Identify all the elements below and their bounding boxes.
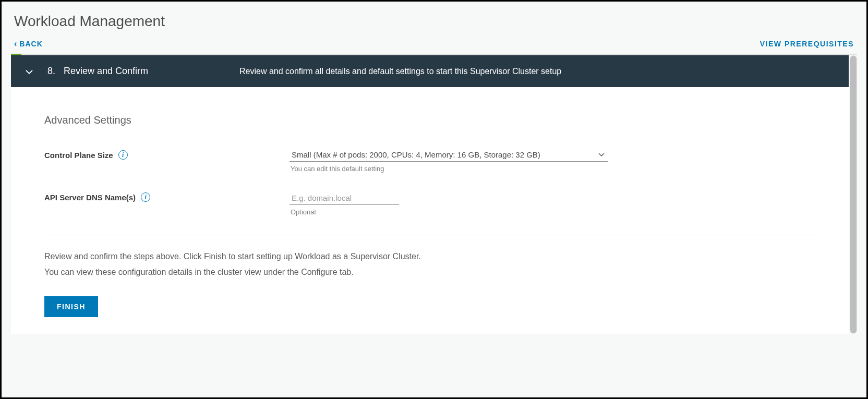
review-line-2: You can view these configuration details… <box>44 264 815 280</box>
finish-button[interactable]: FINISH <box>44 296 98 317</box>
api-dns-input[interactable] <box>290 191 399 205</box>
api-dns-label: API Server DNS Name(s) <box>44 193 136 202</box>
back-link[interactable]: ‹ BACK <box>14 39 43 49</box>
control-plane-size-select[interactable]: Small (Max # of pods: 2000, CPUs: 4, Mem… <box>290 149 608 162</box>
divider <box>44 235 815 235</box>
chevron-left-icon: ‹ <box>14 39 17 49</box>
progress-fill <box>11 54 21 55</box>
scrollbar-thumb[interactable] <box>850 56 857 333</box>
api-dns-row: API Server DNS Name(s) i Optional <box>44 191 815 216</box>
section-title: Advanced Settings <box>44 114 815 126</box>
control-plane-size-helper: You can edit this default setting <box>290 165 608 173</box>
control-plane-size-label: Control Plane Size <box>44 151 113 160</box>
info-icon[interactable]: i <box>118 150 128 160</box>
step-number: 8. <box>47 66 55 77</box>
page-title: Workload Management <box>2 2 866 39</box>
view-prerequisites-link[interactable]: VIEW PREREQUISITES <box>760 40 854 48</box>
progress-bar <box>11 54 857 55</box>
review-line-1: Review and confirm the steps above. Clic… <box>44 249 815 264</box>
chevron-down-icon <box>598 151 605 159</box>
step-description: Review and confirm all details and defau… <box>239 67 561 76</box>
api-dns-helper: Optional <box>290 208 608 216</box>
chevron-down-icon <box>26 68 33 76</box>
step-header[interactable]: 8. Review and Confirm Review and confirm… <box>11 55 849 87</box>
control-plane-size-row: Control Plane Size i Small (Max # of pod… <box>44 149 815 173</box>
info-icon[interactable]: i <box>141 192 150 202</box>
back-label: BACK <box>19 40 42 48</box>
step-title: Review and Confirm <box>64 66 148 77</box>
step-panel: Advanced Settings Control Plane Size i S… <box>11 87 849 334</box>
control-plane-size-value: Small (Max # of pods: 2000, CPUs: 4, Mem… <box>292 150 540 159</box>
scrollbar[interactable] <box>850 55 857 334</box>
review-text: Review and confirm the steps above. Clic… <box>44 249 815 281</box>
